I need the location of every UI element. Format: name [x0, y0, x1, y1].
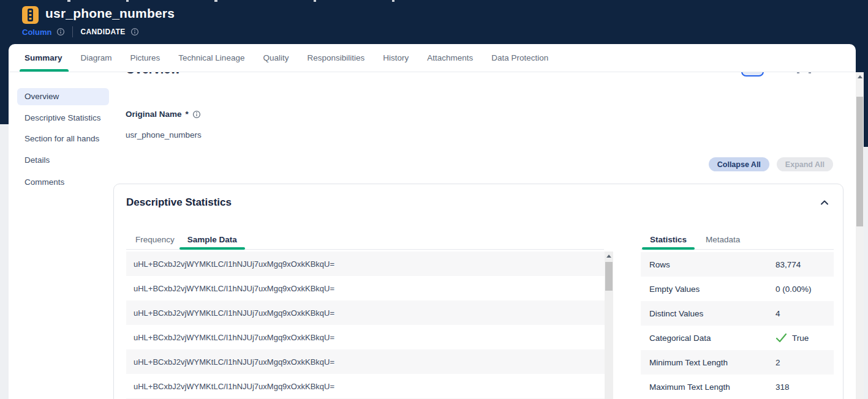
sample-row: uHL+BCxbJ2vjWYMKtLC/I1hNJUj7uxMgq9xOxkKB… [126, 252, 605, 276]
info-icon[interactable] [192, 110, 201, 119]
sample-tabs: FrequencySample Data [126, 230, 604, 250]
tab-quality[interactable]: Quality [263, 44, 289, 72]
sample-row: uHL+BCxbJ2vjWYMKtLC/I1hNJUj7uxMgq9xOxkKB… [126, 300, 605, 325]
asset-title: usr_phone_numbers [45, 4, 175, 23]
stat-label: Empty Values [649, 285, 776, 294]
required-marker: * [186, 110, 189, 119]
stat-row: Empty Values0 (0.00%) [641, 277, 834, 301]
tab-statistics[interactable]: Statistics [649, 230, 688, 249]
clipped-text-remnant [797, 72, 799, 73]
stat-value: 2 [776, 358, 780, 367]
stats-tabs: StatisticsMetadata [641, 230, 834, 250]
content-panel: SummaryDiagramPicturesTechnical LineageQ… [9, 44, 856, 399]
sample-row: uHL+BCxbJ2vjWYMKtLC/I1hNJUj7uxMgq9xOxkKB… [126, 374, 605, 398]
info-icon[interactable] [56, 28, 65, 36]
sample-data-list: uHL+BCxbJ2vjWYMKtLC/I1hNJUj7uxMgq9xOxkKB… [126, 252, 605, 399]
scroll-up-arrow[interactable] [858, 75, 862, 78]
sidebar-item-overview[interactable]: Overview [17, 88, 109, 105]
tab-technical-lineage[interactable]: Technical Lineage [178, 44, 244, 72]
card-title: Descriptive Statistics [126, 196, 232, 209]
breadcrumb-remnant [392, 0, 394, 2]
tab-data-protection[interactable]: Data Protection [491, 44, 548, 72]
column-icon [22, 6, 39, 24]
scrollbar-thumb[interactable] [856, 97, 863, 226]
sample-row: uHL+BCxbJ2vjWYMKtLC/I1hNJUj7uxMgq9xOxkKB… [126, 349, 605, 374]
sample-row: uHL+BCxbJ2vjWYMKtLC/I1hNJUj7uxMgq9xOxkKB… [126, 276, 605, 300]
stat-value: 83,774 [776, 260, 801, 269]
tab-summary[interactable]: Summary [25, 44, 62, 72]
breadcrumb-remnant [214, 0, 217, 2]
stat-value-text: 83,774 [776, 260, 801, 269]
asset-header: usr_phone_numbers Column CANDIDATE [22, 4, 175, 37]
breadcrumb-remnant [314, 0, 316, 2]
breadcrumb-remnant [67, 0, 70, 2]
stat-row: Maximum Text Length318 [641, 375, 834, 399]
stat-value-text: 0 (0.00%) [776, 285, 812, 294]
tab-attachments[interactable]: Attachments [427, 44, 473, 72]
summary-content: OverviewDescriptive StatisticsSection fo… [9, 72, 856, 399]
stat-value-text: True [792, 334, 809, 343]
tab-sample-data[interactable]: Sample Data [186, 230, 238, 249]
tab-frequency[interactable]: Frequency [134, 230, 176, 249]
stat-label: Minimum Text Length [649, 358, 776, 367]
scroll-up-arrow[interactable] [606, 255, 611, 258]
statistics-table: Rows83,774Empty Values0 (0.00%)Distinct … [641, 252, 834, 399]
sidebar-item-section-for-all-hands[interactable]: Section for all hands [17, 133, 109, 144]
divider [72, 26, 73, 37]
page-scrollbar[interactable] [856, 72, 864, 399]
stat-label: Distinct Values [649, 309, 776, 318]
breadcrumb-remnant [126, 0, 129, 2]
page-background [0, 124, 9, 399]
asset-type-link[interactable]: Column [22, 28, 51, 37]
tab-history[interactable]: History [383, 44, 409, 72]
stat-value: True [776, 333, 809, 343]
info-icon[interactable] [130, 28, 139, 36]
stat-value: 0 (0.00%) [776, 285, 812, 294]
overview-heading: Overview [126, 72, 180, 76]
stat-row: Minimum Text Length2 [641, 350, 834, 375]
expand-all-button[interactable]: Expand All [777, 157, 833, 171]
field-label: Original Name [126, 110, 182, 119]
stat-label: Maximum Text Length [649, 382, 776, 392]
stat-value-text: 318 [776, 382, 790, 392]
stat-value-text: 4 [776, 309, 780, 318]
stat-row: Categorical DataTrue [641, 326, 834, 350]
tab-responsibilities[interactable]: Responsibilities [307, 44, 364, 72]
tab-diagram[interactable]: Diagram [81, 44, 112, 72]
stat-value: 318 [776, 382, 790, 392]
sidebar-item-comments[interactable]: Comments [17, 177, 109, 188]
stat-row: Distinct Values4 [641, 301, 834, 326]
section-nav: OverviewDescriptive StatisticsSection fo… [17, 88, 109, 188]
sample-row: uHL+BCxbJ2vjWYMKtLC/I1hNJUj7uxMgq9xOxkKB… [126, 325, 605, 349]
check-icon [776, 333, 787, 343]
stat-row: Rows83,774 [641, 252, 834, 277]
stat-label: Categorical Data [649, 334, 776, 343]
stat-value: 4 [776, 309, 780, 318]
page: usr_phone_numbers Column CANDIDATE Summa… [0, 0, 868, 399]
status-badge[interactable]: CANDIDATE [80, 28, 125, 36]
scrollbar-thumb[interactable] [605, 262, 613, 291]
stat-label: Rows [649, 260, 776, 269]
sidebar-item-descriptive-statistics[interactable]: Descriptive Statistics [17, 113, 109, 124]
field-value: usr_phone_numbers [126, 130, 202, 140]
chevron-up-icon[interactable] [820, 198, 829, 207]
tab-pictures[interactable]: Pictures [130, 44, 160, 72]
descriptive-statistics-card: Descriptive Statistics FrequencySample D… [113, 184, 843, 399]
tab-bar: SummaryDiagramPicturesTechnical LineageQ… [9, 44, 856, 72]
tab-metadata[interactable]: Metadata [704, 230, 741, 249]
stat-value-text: 2 [776, 358, 780, 367]
sample-list-scrollbar[interactable] [605, 252, 613, 399]
clipped-text-remnant [809, 72, 811, 73]
edit-toggle[interactable] [741, 72, 764, 76]
collapse-all-button[interactable]: Collapse All [709, 157, 769, 171]
